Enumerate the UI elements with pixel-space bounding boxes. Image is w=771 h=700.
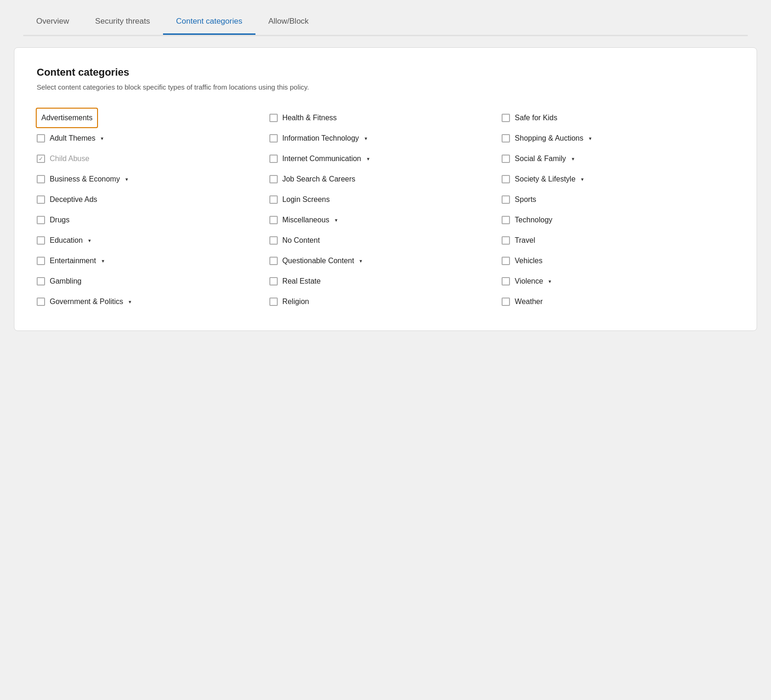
safe-for-kids-label: Safe for Kids [515, 114, 557, 122]
category-miscellaneous[interactable]: Miscellaneous ▾ [269, 210, 502, 230]
checkbox-questionable-content[interactable] [269, 257, 278, 265]
checkbox-drugs[interactable] [37, 216, 45, 224]
checkbox-miscellaneous[interactable] [269, 216, 278, 224]
chevron-information-technology: ▾ [365, 136, 367, 142]
card-subtitle: Select content categories to block speci… [37, 83, 734, 91]
gambling-label: Gambling [50, 277, 81, 285]
category-col-3: Safe for Kids Shopping & Auctions ▾ Soci… [502, 108, 734, 312]
chevron-society-lifestyle: ▾ [581, 176, 584, 182]
chevron-education: ▾ [88, 238, 91, 244]
tab-security-threats[interactable]: Security threats [82, 9, 163, 35]
category-real-estate[interactable]: Real Estate [269, 271, 502, 292]
category-advertisements[interactable]: Advertisements [36, 108, 98, 128]
social-family-label: Social & Family [515, 155, 566, 163]
category-education[interactable]: Education ▾ [37, 230, 269, 251]
category-religion[interactable]: Religion [269, 292, 502, 312]
checkbox-society-lifestyle[interactable] [502, 175, 510, 183]
category-business-economy[interactable]: Business & Economy ▾ [37, 169, 269, 189]
checkbox-weather[interactable] [502, 298, 510, 306]
checkbox-internet-communication[interactable] [269, 155, 278, 163]
shopping-auctions-label: Shopping & Auctions [515, 134, 583, 143]
checkbox-vehicles[interactable] [502, 257, 510, 265]
government-politics-label: Government & Politics [50, 298, 123, 306]
category-no-content[interactable]: No Content [269, 230, 502, 251]
checkbox-sports[interactable] [502, 195, 510, 204]
checkbox-login-screens[interactable] [269, 195, 278, 204]
checkbox-child-abuse[interactable] [37, 155, 45, 163]
entertainment-label: Entertainment [50, 257, 96, 265]
miscellaneous-label: Miscellaneous [282, 216, 329, 224]
chevron-government-politics: ▾ [129, 299, 131, 305]
internet-communication-label: Internet Communication [282, 155, 361, 163]
checkbox-government-politics[interactable] [37, 298, 45, 306]
checkbox-deceptive-ads[interactable] [37, 195, 45, 204]
categories-grid: Advertisements Adult Themes ▾ Child Abus… [37, 108, 734, 312]
checkbox-entertainment[interactable] [37, 257, 45, 265]
category-col-2: Health & Fitness Information Technology … [269, 108, 502, 312]
checkbox-gambling[interactable] [37, 277, 45, 285]
category-job-search-careers[interactable]: Job Search & Careers [269, 169, 502, 189]
travel-label: Travel [515, 236, 535, 245]
tab-underline [23, 35, 748, 36]
society-lifestyle-label: Society & Lifestyle [515, 175, 575, 183]
category-login-screens[interactable]: Login Screens [269, 189, 502, 210]
questionable-content-label: Questionable Content [282, 257, 354, 265]
checkbox-real-estate[interactable] [269, 277, 278, 285]
category-child-abuse[interactable]: Child Abuse [37, 149, 269, 169]
category-information-technology[interactable]: Information Technology ▾ [269, 128, 502, 149]
category-safe-for-kids[interactable]: Safe for Kids [502, 108, 734, 128]
category-internet-communication[interactable]: Internet Communication ▾ [269, 149, 502, 169]
tab-content-categories[interactable]: Content categories [163, 9, 255, 35]
login-screens-label: Login Screens [282, 195, 330, 204]
chevron-questionable-content: ▾ [359, 258, 362, 264]
tab-overview[interactable]: Overview [23, 9, 82, 35]
chevron-shopping-auctions: ▾ [589, 136, 592, 142]
category-government-politics[interactable]: Government & Politics ▾ [37, 292, 269, 312]
checkbox-social-family[interactable] [502, 155, 510, 163]
advertisements-label: Advertisements [41, 114, 92, 122]
vehicles-label: Vehicles [515, 257, 542, 265]
category-technology[interactable]: Technology [502, 210, 734, 230]
chevron-business-economy: ▾ [125, 176, 128, 182]
category-health-fitness[interactable]: Health & Fitness [269, 108, 502, 128]
violence-label: Violence [515, 277, 543, 285]
tab-allow-block[interactable]: Allow/Block [255, 9, 322, 35]
category-social-family[interactable]: Social & Family ▾ [502, 149, 734, 169]
category-questionable-content[interactable]: Questionable Content ▾ [269, 251, 502, 271]
category-deceptive-ads[interactable]: Deceptive Ads [37, 189, 269, 210]
information-technology-label: Information Technology [282, 134, 359, 143]
category-entertainment[interactable]: Entertainment ▾ [37, 251, 269, 271]
checkbox-adult-themes[interactable] [37, 134, 45, 143]
category-vehicles[interactable]: Vehicles [502, 251, 734, 271]
checkbox-information-technology[interactable] [269, 134, 278, 143]
category-adult-themes[interactable]: Adult Themes ▾ [37, 128, 269, 149]
checkbox-health-fitness[interactable] [269, 114, 278, 122]
category-society-lifestyle[interactable]: Society & Lifestyle ▾ [502, 169, 734, 189]
checkbox-violence[interactable] [502, 277, 510, 285]
category-col-1: Advertisements Adult Themes ▾ Child Abus… [37, 108, 269, 312]
tab-navigation: Overview Security threats Content catego… [9, 9, 762, 35]
category-shopping-auctions[interactable]: Shopping & Auctions ▾ [502, 128, 734, 149]
checkbox-travel[interactable] [502, 236, 510, 245]
category-travel[interactable]: Travel [502, 230, 734, 251]
checkbox-business-economy[interactable] [37, 175, 45, 183]
job-search-careers-label: Job Search & Careers [282, 175, 355, 183]
checkbox-technology[interactable] [502, 216, 510, 224]
checkbox-shopping-auctions[interactable] [502, 134, 510, 143]
technology-label: Technology [515, 216, 552, 224]
checkbox-job-search-careers[interactable] [269, 175, 278, 183]
weather-label: Weather [515, 298, 542, 306]
drugs-label: Drugs [50, 216, 70, 224]
chevron-adult-themes: ▾ [101, 136, 104, 142]
checkbox-education[interactable] [37, 236, 45, 245]
category-weather[interactable]: Weather [502, 292, 734, 312]
category-drugs[interactable]: Drugs [37, 210, 269, 230]
checkbox-no-content[interactable] [269, 236, 278, 245]
chevron-violence: ▾ [549, 279, 551, 285]
checkbox-safe-for-kids[interactable] [502, 114, 510, 122]
category-sports[interactable]: Sports [502, 189, 734, 210]
category-violence[interactable]: Violence ▾ [502, 271, 734, 292]
category-gambling[interactable]: Gambling [37, 271, 269, 292]
checkbox-religion[interactable] [269, 298, 278, 306]
chevron-internet-communication: ▾ [367, 156, 370, 162]
